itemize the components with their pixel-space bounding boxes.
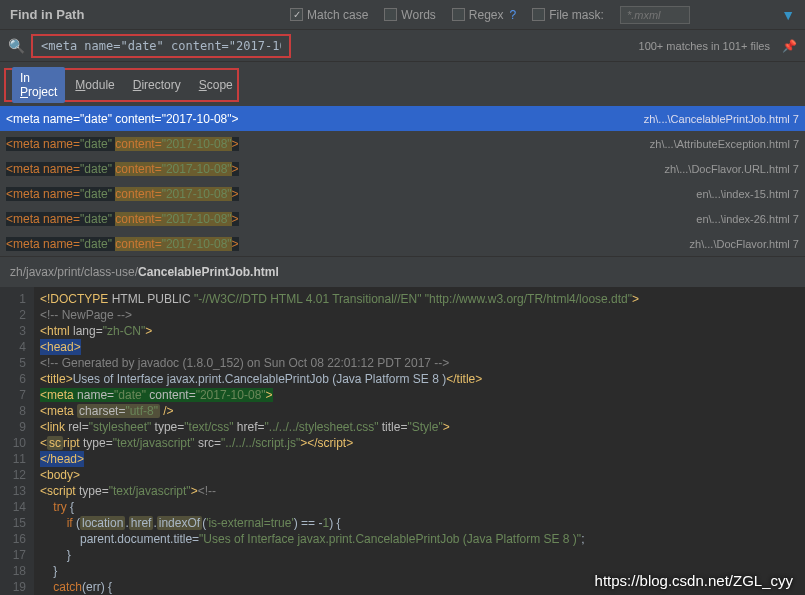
code-preview: 123456789101112131415161718192021 <!DOCT… [0, 287, 805, 595]
filemask-checkbox[interactable]: File mask: [532, 8, 604, 22]
pin-icon[interactable]: 📌 [782, 39, 797, 53]
scope-tabs: In Project Module Directory Scope [4, 68, 239, 102]
search-icon: 🔍 [8, 38, 25, 54]
regex-label: Regex [469, 8, 504, 22]
line-gutter: 123456789101112131415161718192021 [0, 287, 34, 595]
result-row[interactable]: <meta name="date" content="2017-10-08">z… [0, 156, 805, 181]
words-checkbox[interactable]: Words [384, 8, 435, 22]
code-source[interactable]: <!DOCTYPE HTML PUBLIC "-//W3C//DTD HTML … [34, 287, 805, 595]
result-path: en\...\index-15.html 7 [696, 188, 799, 200]
preview-path: zh/javax/print/class-use/CancelablePrint… [0, 256, 805, 287]
result-path: zh\...\DocFlavor.html 7 [690, 238, 799, 250]
regex-checkbox[interactable]: Regex? [452, 8, 516, 22]
result-path: zh\...\CancelablePrintJob.html 7 [644, 113, 799, 125]
tab-module[interactable]: Module [67, 74, 122, 96]
result-row[interactable]: <meta name="date" content="2017-10-08">z… [0, 131, 805, 156]
result-path: zh\...\DocFlavor.URL.html 7 [665, 163, 800, 175]
results-list: <meta name="date" content="2017-10-08">z… [0, 106, 805, 256]
tab-in-project[interactable]: In Project [12, 67, 65, 103]
watermark: https://blog.csdn.net/ZGL_cyy [595, 572, 793, 589]
tab-scope[interactable]: Scope [191, 74, 241, 96]
regex-help-icon[interactable]: ? [510, 8, 517, 22]
filemask-label: File mask: [549, 8, 604, 22]
match-case-label: Match case [307, 8, 368, 22]
result-row[interactable]: <meta name="date" content="2017-10-08">e… [0, 206, 805, 231]
result-path: zh\...\AttributeException.html 7 [650, 138, 799, 150]
match-case-checkbox[interactable]: Match case [290, 8, 368, 22]
filter-icon[interactable]: ▼ [781, 7, 795, 23]
result-row[interactable]: <meta name="date" content="2017-10-08">z… [0, 106, 805, 131]
words-label: Words [401, 8, 435, 22]
result-row[interactable]: <meta name="date" content="2017-10-08">e… [0, 181, 805, 206]
result-row[interactable]: <meta name="date" content="2017-10-08">z… [0, 231, 805, 256]
dialog-title: Find in Path [10, 7, 290, 22]
match-count: 100+ matches in 101+ files [639, 40, 770, 52]
tab-directory[interactable]: Directory [125, 74, 189, 96]
search-input[interactable] [31, 34, 291, 58]
filemask-input[interactable] [620, 6, 690, 24]
result-path: en\...\index-26.html 7 [696, 213, 799, 225]
